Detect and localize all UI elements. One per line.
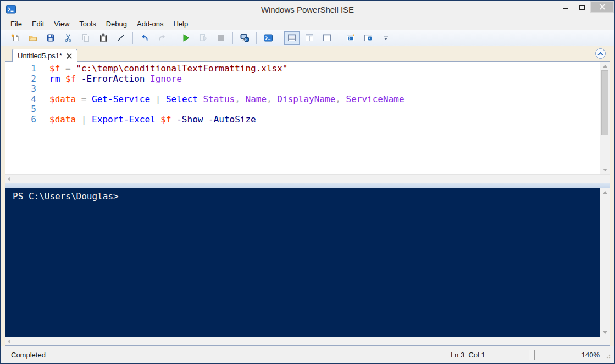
tab-untitled5[interactable]: Untitled5.ps1* <box>12 49 77 62</box>
collapse-script-pane-button[interactable] <box>595 48 606 59</box>
clear-console-icon <box>117 33 125 42</box>
close-button[interactable] <box>590 1 614 13</box>
powershell-ise-window: Windows PowerShell ISE FileEditViewTools… <box>0 0 615 364</box>
scroll-up-icon[interactable] <box>603 65 607 68</box>
close-icon <box>599 4 605 10</box>
menu-help[interactable]: Help <box>168 19 193 29</box>
code-text: rm $f -ErrorAction Ignore <box>36 74 182 85</box>
start-powershell-button[interactable] <box>261 31 276 45</box>
toolbar-separator <box>132 32 133 44</box>
script-pane-top-icon <box>287 33 296 42</box>
save-button[interactable] <box>43 31 58 45</box>
line-number: 1 <box>5 64 36 74</box>
script-editor-pane[interactable]: 1$f = "c:\temp\conditionalTextFormatting… <box>5 61 610 183</box>
code-line[interactable]: 4$data = Get-Service | Select Status, Na… <box>5 94 600 105</box>
redo-button <box>154 31 170 45</box>
menu-addons[interactable]: Add-ons <box>132 19 168 29</box>
open-script-icon <box>29 33 37 42</box>
zoom-slider[interactable] <box>502 350 574 360</box>
maximize-button[interactable] <box>574 1 590 13</box>
redo-icon <box>158 33 167 42</box>
maximize-icon <box>579 5 585 10</box>
line-number: 5 <box>5 104 36 115</box>
tab-close-icon[interactable] <box>67 53 72 59</box>
console-horizontal-scrollbar[interactable] <box>5 337 610 345</box>
code-line[interactable]: 1$f = "c:\temp\conditionalTextFormatting… <box>5 64 600 74</box>
run-selection-icon <box>199 33 208 42</box>
script-pane-top-button[interactable] <box>284 31 300 45</box>
scroll-down-icon[interactable] <box>603 169 607 171</box>
menu-tools[interactable]: Tools <box>74 19 101 29</box>
script-pane-right-button[interactable] <box>302 31 317 45</box>
zoom-level: 140% <box>581 351 600 359</box>
content-area: Untitled5.ps1* 1$f = "c:\temp\conditiona… <box>1 46 614 346</box>
powershell-icon <box>6 5 16 14</box>
line-number: 6 <box>5 115 36 125</box>
show-command-addon-button[interactable] <box>361 31 376 45</box>
status-text: Completed <box>11 351 46 359</box>
zoom-slider-thumb[interactable] <box>529 350 535 360</box>
line-col-indicator: Ln 3 Col 1 <box>451 351 485 359</box>
code-line[interactable]: 2rm $f -ErrorAction Ignore <box>5 74 600 85</box>
editor-horizontal-scrollbar[interactable] <box>5 174 610 183</box>
run-script-button[interactable] <box>178 31 193 45</box>
scroll-left-icon[interactable] <box>8 339 10 344</box>
scroll-left-icon[interactable] <box>8 177 10 181</box>
save-icon <box>46 33 55 42</box>
undo-button[interactable] <box>137 31 152 45</box>
toolbar-separator <box>174 32 174 44</box>
show-command-window-button[interactable] <box>343 31 358 45</box>
menu-debug[interactable]: Debug <box>101 19 132 29</box>
window-controls <box>557 1 614 18</box>
console-prompt: PS C:\Users\Douglas> <box>13 191 119 201</box>
stop-operation-icon <box>217 33 225 42</box>
statusbar-separator <box>492 350 492 359</box>
copy-button <box>78 31 93 45</box>
cut-button[interactable] <box>60 31 76 45</box>
cut-icon <box>64 33 73 42</box>
menu-bar: FileEditViewToolsDebugAdd-onsHelp <box>1 18 614 30</box>
script-pane-maximized-button[interactable] <box>319 31 335 45</box>
code-line[interactable]: 5 <box>5 104 600 115</box>
pane-splitter[interactable] <box>5 183 610 188</box>
resize-grip-icon[interactable] <box>605 353 611 359</box>
menu-edit[interactable]: Edit <box>27 19 49 29</box>
new-script-button[interactable] <box>8 31 23 45</box>
editor-scrollbar-thumb[interactable] <box>601 70 608 135</box>
menu-view[interactable]: View <box>49 19 74 29</box>
new-script-icon <box>11 33 20 42</box>
title-bar: Windows PowerShell ISE <box>1 1 614 18</box>
start-powershell-icon <box>264 33 273 42</box>
paste-button[interactable] <box>96 31 111 45</box>
scroll-up-icon[interactable] <box>603 191 607 194</box>
open-script-button[interactable] <box>25 31 41 45</box>
new-remote-powershell-tab-button[interactable] <box>237 31 252 45</box>
code-line[interactable]: 6$data | Export-Excel $f -Show -AutoSize <box>5 115 600 125</box>
editor-lines[interactable]: 1$f = "c:\temp\conditionalTextFormatting… <box>5 62 600 174</box>
menu-file[interactable]: File <box>5 19 27 29</box>
code-text: $data | Export-Excel $f -Show -AutoSize <box>36 115 256 125</box>
editor-vertical-scrollbar[interactable] <box>600 62 610 174</box>
toolbar-separator <box>280 32 280 44</box>
script-pane-maximized-icon <box>323 33 331 42</box>
toolbar-separator <box>339 32 339 44</box>
line-number: 3 <box>5 84 36 94</box>
show-command-addon-icon <box>364 33 373 42</box>
console-output[interactable]: PS C:\Users\Douglas> <box>5 188 600 337</box>
code-text <box>36 104 49 115</box>
minimize-button[interactable] <box>557 1 574 13</box>
toolbar-overflow-button[interactable] <box>378 31 394 45</box>
chevron-up-icon <box>598 52 603 57</box>
toolbar-separator <box>256 32 257 44</box>
window-title: Windows PowerShell ISE <box>1 5 614 14</box>
stop-operation-button <box>213 31 229 45</box>
scroll-down-icon[interactable] <box>603 331 607 334</box>
console-body: PS C:\Users\Douglas> <box>5 188 610 337</box>
tab-row: Untitled5.ps1* <box>5 46 610 61</box>
show-command-window-icon <box>346 33 355 42</box>
code-line[interactable]: 3 <box>5 84 600 94</box>
toolbar <box>1 30 614 46</box>
toolbar-overflow-icon <box>381 33 390 42</box>
clear-console-button[interactable] <box>113 31 129 45</box>
console-vertical-scrollbar[interactable] <box>600 188 610 337</box>
